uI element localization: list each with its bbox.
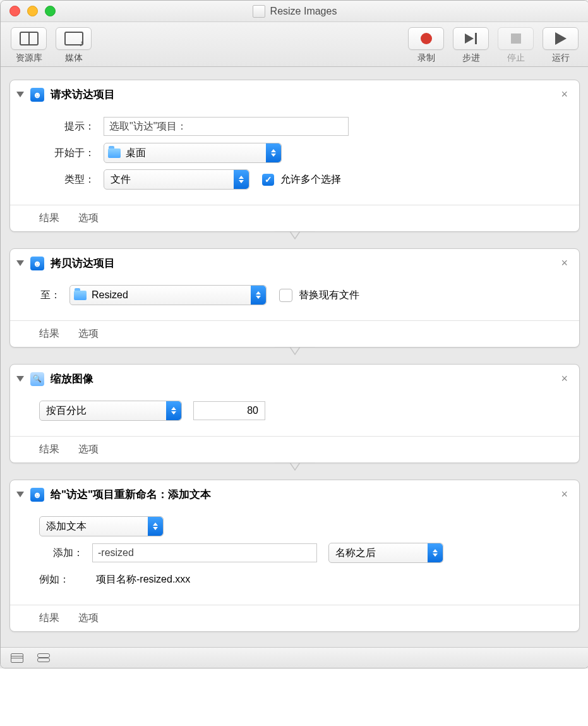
finder-icon: ☻ [30,257,44,270]
add-text-input[interactable] [92,543,317,562]
workflow-view-button[interactable] [37,653,50,662]
run-button[interactable] [543,27,579,50]
record-button[interactable] [408,27,444,50]
action-title: 请求访达项目 [51,87,558,102]
traffic-lights [9,6,56,16]
to-label: 至： [29,289,61,302]
window-title-text: Resize Images [270,6,337,17]
run-icon [555,32,567,45]
stop-button [498,27,534,50]
rename-mode-value: 添加文本 [46,520,87,533]
results-tab[interactable]: 结果 [39,612,59,625]
remove-action-button[interactable]: × [558,487,570,502]
rename-mode-popup[interactable]: 添加文本 [39,516,164,536]
type-value: 文件 [111,173,131,186]
results-tab[interactable]: 结果 [39,443,59,456]
minimize-window-button[interactable] [27,6,38,16]
disclosure-triangle-icon[interactable] [16,492,24,497]
connector-icon [275,347,315,365]
finder-icon: ☻ [30,88,44,102]
scale-mode-value: 按百分比 [46,404,87,418]
library-toolbar-item: 资源库 [11,27,47,64]
media-button[interactable] [56,27,92,50]
options-tab[interactable]: 选项 [78,612,99,625]
action-title: 给"访达"项目重新命名：添加文本 [51,487,558,502]
disclosure-triangle-icon[interactable] [16,376,24,382]
folder-icon [108,148,121,158]
finder-icon: ☻ [30,488,44,502]
step-button[interactable] [453,27,489,50]
action-title: 缩放图像 [51,372,558,386]
library-icon [20,32,39,45]
step-toolbar-item: 步进 [453,27,489,64]
disclosure-triangle-icon[interactable] [16,92,24,97]
connector-icon [275,231,315,249]
options-tab[interactable]: 选项 [78,212,99,225]
media-icon [64,32,83,45]
action-scale-images: 🔍 缩放图像 × 按百分比 结果 选项 [9,364,580,463]
add-label: 添加： [39,547,83,560]
start-at-popup[interactable]: 桌面 [104,143,282,163]
step-label: 步进 [462,52,480,64]
stop-icon [511,33,521,44]
action-rename-finder-items: ☻ 给"访达"项目重新命名：添加文本 × 添加文本 添加： 名称之后 [9,480,580,632]
prompt-input[interactable] [104,117,349,136]
automator-window: Resize Images 资源库 媒体 录制 步进 停止 运行 [0,0,588,669]
results-tab[interactable]: 结果 [39,212,59,225]
destination-value: Resized [92,289,128,301]
record-icon [421,33,432,44]
start-at-label: 开始于： [39,147,95,160]
zoom-window-button[interactable] [45,6,56,16]
library-label: 资源库 [16,52,42,64]
type-label: 类型： [39,173,95,186]
disclosure-triangle-icon[interactable] [16,260,24,266]
window-title: Resize Images [1,5,588,18]
titlebar: Resize Images [1,1,588,22]
media-label: 媒体 [65,52,83,64]
run-label: 运行 [552,52,570,64]
close-window-button[interactable] [9,6,20,16]
start-at-value: 桌面 [126,147,146,160]
remove-action-button[interactable]: × [558,371,570,387]
allow-multiple-label: 允许多个选择 [280,173,341,186]
remove-action-button[interactable]: × [558,87,570,102]
results-tab[interactable]: 结果 [39,327,59,341]
record-label: 录制 [417,52,435,64]
allow-multiple-checkbox[interactable] [262,174,274,186]
stop-toolbar-item: 停止 [498,27,534,64]
position-value: 名称之后 [335,547,376,560]
scale-mode-popup[interactable]: 按百分比 [39,401,182,421]
action-copy-finder-items: ☻ 拷贝访达项目 × 至： Resized 替换现有文件 结果 [9,248,580,348]
example-value: 项目名称-resized.xxx [96,573,190,586]
run-toolbar-item: 运行 [543,27,579,64]
statusbar [1,647,588,668]
toolbar: 资源库 媒体 录制 步进 停止 运行 [1,22,588,67]
destination-popup[interactable]: Resized [69,285,267,305]
stop-label: 停止 [507,52,525,64]
action-title: 拷贝访达项目 [51,256,558,270]
action-ask-finder-items: ☻ 请求访达项目 × 提示： 开始于： 桌面 类 [9,80,580,232]
type-popup[interactable]: 文件 [104,169,249,190]
workflow-area: ☻ 请求访达项目 × 提示： 开始于： 桌面 类 [1,67,588,647]
connector-icon [275,463,315,480]
document-icon [253,5,265,18]
folder-icon [74,291,87,300]
example-label: 例如： [39,573,87,586]
prompt-label: 提示： [39,120,95,133]
library-button[interactable] [11,27,47,50]
log-view-button[interactable] [11,653,23,663]
replace-existing-label: 替换现有文件 [299,289,359,302]
step-icon [465,33,477,44]
scale-value-input[interactable] [193,401,265,420]
media-toolbar-item: 媒体 [56,27,92,64]
options-tab[interactable]: 选项 [78,443,99,456]
remove-action-button[interactable]: × [558,255,570,271]
position-popup[interactable]: 名称之后 [328,543,443,563]
preview-icon: 🔍 [30,372,44,386]
replace-existing-checkbox[interactable] [279,289,292,302]
options-tab[interactable]: 选项 [78,327,99,341]
record-toolbar-item: 录制 [408,27,444,64]
